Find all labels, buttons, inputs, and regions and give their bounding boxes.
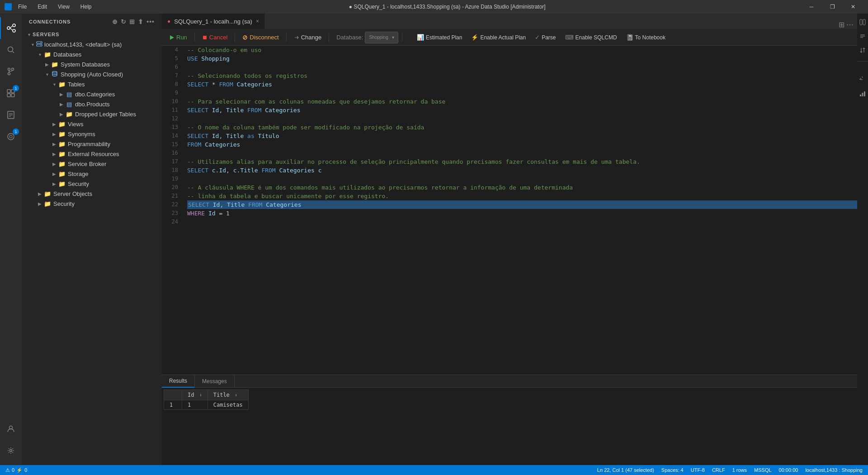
sort-icon[interactable] bbox=[858, 45, 868, 57]
activity-settings[interactable] bbox=[0, 440, 22, 461]
sidebar-item-external-resources[interactable]: ▶ 📁 External Resources bbox=[22, 149, 162, 159]
more-actions-icon[interactable]: ••• bbox=[146, 18, 155, 25]
table-row: 1 1 Camisetas bbox=[164, 400, 249, 410]
sidebar-item-synonyms[interactable]: ▶ 📁 Synonyms bbox=[22, 129, 162, 139]
enable-sqlcmd-button[interactable]: ⌨ Enable SQLCMD bbox=[561, 32, 621, 43]
sidebar-item-databases[interactable]: ▾ 📁 Databases bbox=[22, 49, 162, 59]
row-number-header[interactable] bbox=[164, 390, 182, 400]
activity-git[interactable]: 1 bbox=[0, 126, 22, 147]
minimap-icon[interactable] bbox=[858, 17, 868, 28]
code-line-11: SELECT Id, Title FROM Categories bbox=[187, 106, 857, 114]
svg-rect-33 bbox=[863, 19, 865, 25]
folder-icon: 📁 bbox=[65, 111, 73, 118]
tab-actions[interactable]: ⊞ ⋯ bbox=[839, 20, 857, 29]
svg-rect-13 bbox=[7, 94, 10, 97]
expand-arrow: ▶ bbox=[51, 181, 58, 186]
sidebar-item-server-objects[interactable]: ▶ 📁 Server Objects bbox=[22, 189, 162, 199]
error-count: 0 bbox=[12, 467, 14, 473]
activity-search[interactable] bbox=[0, 39, 22, 61]
table-icon: ▤ bbox=[65, 91, 73, 98]
sidebar-item-dbo-categories[interactable]: ▶ ▤ dbo.Categories bbox=[22, 89, 162, 99]
chart-results-icon[interactable] bbox=[858, 89, 868, 100]
parse-button[interactable]: ✓ Parse bbox=[531, 32, 559, 43]
close-button[interactable]: ✕ bbox=[843, 0, 863, 14]
sidebar-item-security-db[interactable]: ▶ 📁 Security bbox=[22, 179, 162, 189]
results-tab-messages[interactable]: Messages bbox=[195, 375, 235, 388]
minimize-button[interactable]: ─ bbox=[801, 0, 822, 14]
status-encoding[interactable]: UTF-8 bbox=[691, 467, 705, 473]
sidebar-item-service-broker[interactable]: ▶ 📁 Service Broker bbox=[22, 159, 162, 169]
sidebar-item-storage[interactable]: ▶ 📁 Storage bbox=[22, 169, 162, 179]
status-line-ending[interactable]: CRLF bbox=[712, 467, 725, 473]
enable-actual-plan-button[interactable]: ⚡ Enable Actual Plan bbox=[467, 32, 529, 43]
add-connection-icon[interactable]: ⊕ bbox=[112, 18, 118, 25]
app-logo bbox=[5, 3, 12, 10]
sidebar-item-localhost[interactable]: ▾ localhost,1433, <default> (sa) bbox=[22, 39, 162, 49]
code-content[interactable]: -- Colocando-o em uso USE Shopping -- Se… bbox=[184, 46, 857, 375]
line-num-19: 19 bbox=[162, 175, 184, 183]
refresh-tables-icon[interactable]: ↻ bbox=[151, 81, 158, 88]
toolbar-sep-4 bbox=[329, 33, 329, 42]
svg-line-4 bbox=[10, 28, 13, 30]
titlebar-menu[interactable]: File Edit View Help bbox=[16, 3, 94, 11]
activity-extensions[interactable]: 1 bbox=[0, 82, 22, 104]
to-notebook-button[interactable]: 📓 To Notebook bbox=[623, 32, 669, 43]
add-table-icon[interactable]: + bbox=[143, 81, 149, 88]
svg-line-3 bbox=[10, 26, 13, 28]
title-column-header[interactable]: Title ⬇ bbox=[208, 390, 248, 400]
tab-close-button[interactable]: × bbox=[256, 18, 259, 24]
activity-account[interactable] bbox=[0, 418, 22, 440]
svg-marker-28 bbox=[170, 35, 174, 40]
sidebar-item-programmability[interactable]: ▶ 📁 Programmability bbox=[22, 139, 162, 149]
estimated-plan-button[interactable]: 📊 Estimated Plan bbox=[413, 32, 466, 43]
sidebar-header-actions[interactable]: ⊕ ↻ ⊞ ⬆ ••• bbox=[112, 18, 155, 25]
activity-connections[interactable] bbox=[0, 17, 22, 39]
refresh-icon[interactable]: ↻ bbox=[121, 18, 127, 25]
sidebar-item-views[interactable]: ▶ 📁 Views bbox=[22, 119, 162, 129]
activity-source-control[interactable] bbox=[0, 61, 22, 82]
tab-label: SQLQuery_1 - localh...ng (sa) bbox=[174, 18, 252, 25]
sidebar-item-dropped-ledger[interactable]: ▶ 📁 Dropped Ledger Tables bbox=[22, 109, 162, 119]
cancel-button[interactable]: Cancel bbox=[198, 32, 231, 43]
collapse-all-icon[interactable]: ⬆ bbox=[138, 18, 144, 25]
activity-notebooks[interactable] bbox=[0, 104, 22, 126]
split-editor-icon[interactable]: ⊞ bbox=[839, 20, 844, 29]
menu-view[interactable]: View bbox=[56, 3, 71, 11]
id-column-header[interactable]: Id ⬇ bbox=[182, 390, 208, 400]
title-cell: Camisetas bbox=[208, 400, 248, 410]
sidebar-item-security-server[interactable]: ▶ 📁 Security bbox=[22, 199, 162, 209]
titlebar: File Edit View Help ● SQLQuery_1 - local… bbox=[0, 0, 868, 14]
sidebar-item-tables[interactable]: ▾ 📁 Tables ⊟ + ↻ bbox=[22, 79, 162, 89]
filter-tables-icon[interactable]: ⊟ bbox=[134, 81, 142, 88]
code-editor[interactable]: 4 5 6 7 8 9 10 11 12 13 14 15 16 17 18 1… bbox=[162, 46, 857, 375]
sidebar-item-system-databases[interactable]: ▶ 📁 System Databases bbox=[22, 59, 162, 69]
status-connection[interactable]: localhost,1433 : Shopping bbox=[805, 467, 863, 473]
code-line-14: SELECT Id, Title as Título bbox=[187, 132, 857, 140]
shopping-label: Shopping (Auto Closed) bbox=[61, 71, 123, 78]
new-server-group-icon[interactable]: ⊞ bbox=[129, 18, 135, 25]
svg-rect-32 bbox=[860, 19, 862, 25]
run-button[interactable]: Run bbox=[165, 32, 191, 43]
disconnect-button[interactable]: Disconnect bbox=[239, 32, 282, 43]
sidebar-item-dbo-products[interactable]: ▶ ▤ dbo.Products bbox=[22, 99, 162, 109]
maximize-button[interactable]: ❐ bbox=[822, 0, 843, 14]
menu-edit[interactable]: Edit bbox=[36, 3, 49, 11]
status-cursor[interactable]: Ln 22, Col 1 (47 selected) bbox=[597, 467, 654, 473]
outline-icon[interactable] bbox=[858, 31, 868, 43]
results-tab-results[interactable]: Results bbox=[162, 375, 195, 388]
active-tab[interactable]: ● SQLQuery_1 - localh...ng (sa) × bbox=[162, 14, 265, 29]
change-button[interactable]: Change bbox=[290, 32, 326, 43]
more-tabs-icon[interactable]: ⋯ bbox=[846, 20, 854, 29]
menu-help[interactable]: Help bbox=[79, 3, 94, 11]
status-spaces[interactable]: Spaces: 4 bbox=[661, 467, 684, 473]
menu-file[interactable]: File bbox=[16, 3, 28, 11]
database-selector[interactable]: Shopping ▾ bbox=[365, 32, 398, 43]
svg-rect-38 bbox=[862, 93, 863, 96]
window-controls[interactable]: ─ ❐ ✕ bbox=[801, 0, 863, 14]
status-language[interactable]: MSSQL bbox=[754, 467, 772, 473]
sidebar-item-shopping[interactable]: ▾ Shopping (Auto Closed) bbox=[22, 69, 162, 79]
sidebar-item-servers[interactable]: ▾ SERVERS bbox=[22, 29, 162, 39]
status-errors[interactable]: ⚠ 0 ⚡ 0 bbox=[5, 467, 27, 473]
time-label: 00:00:00 bbox=[779, 467, 798, 473]
revert-icon[interactable] bbox=[858, 75, 868, 86]
